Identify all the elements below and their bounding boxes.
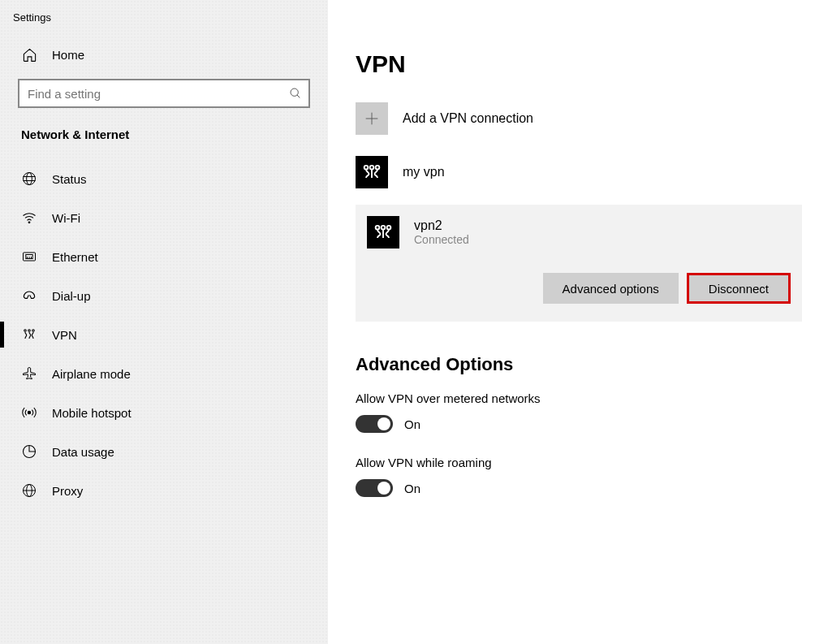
svg-point-22: [364, 166, 369, 170]
svg-point-12: [24, 330, 27, 332]
sidebar-item-label: Proxy: [52, 484, 83, 498]
add-vpn-button[interactable]: Add a VPN connection: [356, 102, 802, 135]
sidebar-item-wifi[interactable]: Wi-Fi: [0, 198, 328, 237]
svg-point-6: [28, 222, 30, 223]
svg-point-14: [28, 330, 31, 332]
home-button[interactable]: Home: [0, 38, 328, 71]
sidebar-item-dialup[interactable]: Dial-up: [0, 276, 328, 315]
vpn-icon: [21, 326, 37, 343]
svg-point-2: [24, 173, 36, 185]
sidebar-item-ethernet[interactable]: Ethernet: [0, 237, 328, 276]
svg-point-26: [387, 226, 391, 230]
advanced-options-title: Advanced Options: [356, 354, 802, 375]
sidebar-item-proxy[interactable]: Proxy: [0, 471, 328, 510]
sidebar-item-vpn[interactable]: VPN: [0, 315, 328, 354]
svg-point-13: [32, 330, 35, 332]
airplane-icon: [21, 365, 37, 382]
vpn-connection-item[interactable]: my vpn: [356, 151, 802, 193]
dialup-icon: [21, 287, 37, 304]
vpn-connection-name: my vpn: [403, 165, 445, 179]
svg-point-27: [382, 226, 386, 230]
sidebar-item-label: Dial-up: [52, 289, 91, 303]
vpn-buttons: Advanced options Disconnect: [367, 273, 791, 304]
proxy-icon: [21, 482, 37, 499]
main-content: VPN Add a VPN connection my vpn vpn2 Con…: [328, 0, 815, 644]
sidebar-item-label: Wi-Fi: [52, 211, 80, 225]
sidebar-item-label: Mobile hotspot: [52, 406, 132, 420]
advanced-options-button[interactable]: Advanced options: [543, 273, 679, 304]
vpn-selected-status: Connected: [414, 233, 469, 246]
svg-point-15: [28, 411, 30, 413]
sidebar: Settings Home Network & Internet Status …: [0, 0, 328, 644]
metered-toggle[interactable]: [356, 415, 393, 433]
sidebar-item-datausage[interactable]: Data usage: [0, 432, 328, 471]
search-icon: [289, 87, 302, 100]
app-title: Settings: [0, 8, 328, 38]
sidebar-item-label: Airplane mode: [52, 367, 131, 381]
wifi-icon: [21, 210, 37, 226]
home-label: Home: [52, 48, 84, 62]
vpn-connection-icon: [367, 216, 399, 249]
search-input[interactable]: [18, 79, 310, 108]
svg-point-24: [370, 166, 374, 170]
sidebar-item-status[interactable]: Status: [0, 159, 328, 198]
svg-point-0: [291, 89, 298, 96]
ethernet-icon: [21, 249, 37, 265]
vpn-selected-block: vpn2 Connected Advanced options Disconne…: [356, 205, 802, 322]
sidebar-item-airplane[interactable]: Airplane mode: [0, 354, 328, 393]
vpn-connection-icon: [356, 156, 388, 188]
roaming-toggle-row: On: [356, 479, 802, 497]
svg-point-25: [376, 226, 380, 230]
svg-point-23: [376, 166, 380, 170]
sidebar-item-label: Ethernet: [52, 250, 98, 264]
roaming-toggle-state: On: [404, 482, 420, 495]
vpn-selected-text: vpn2 Connected: [414, 218, 469, 246]
add-vpn-label: Add a VPN connection: [403, 111, 533, 126]
roaming-label: Allow VPN while roaming: [356, 456, 802, 469]
svg-line-1: [297, 95, 300, 97]
metered-toggle-row: On: [356, 415, 802, 433]
sidebar-item-label: VPN: [52, 328, 77, 342]
globe-icon: [21, 171, 37, 187]
page-title: VPN: [356, 50, 802, 78]
home-icon: [21, 46, 37, 63]
metered-label: Allow VPN over metered networks: [356, 391, 802, 405]
hotspot-icon: [21, 404, 37, 421]
data-usage-icon: [21, 443, 37, 460]
vpn-selected-name: vpn2: [414, 218, 469, 233]
section-header: Network & Internet: [0, 128, 328, 159]
vpn-selected-item[interactable]: vpn2 Connected: [367, 216, 791, 249]
metered-toggle-state: On: [404, 417, 420, 431]
roaming-toggle[interactable]: [356, 479, 393, 497]
svg-point-3: [27, 173, 32, 185]
search-wrap: [18, 79, 310, 108]
sidebar-item-label: Status: [52, 172, 87, 186]
plus-icon: [356, 102, 388, 135]
disconnect-button[interactable]: Disconnect: [687, 273, 791, 304]
sidebar-item-hotspot[interactable]: Mobile hotspot: [0, 393, 328, 432]
sidebar-item-label: Data usage: [52, 445, 114, 459]
